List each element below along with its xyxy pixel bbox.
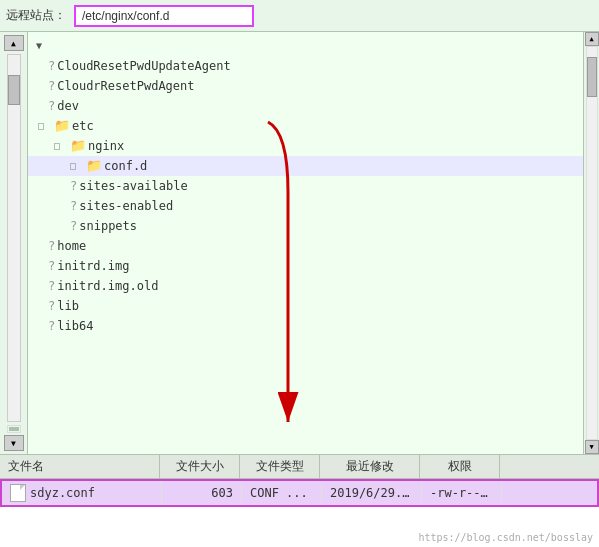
td-filename: sdyz.conf: [2, 481, 162, 505]
list-item[interactable]: ? sites-available: [28, 176, 583, 196]
expand-icon-root: ▼: [36, 37, 48, 55]
remote-station-label: 远程站点：: [6, 7, 66, 24]
list-item[interactable]: ? lib: [28, 296, 583, 316]
content-area: ▲ ▼ ▼ ? CloudResetPwdUpdat: [0, 32, 599, 454]
scroll-track[interactable]: [7, 54, 21, 422]
question-icon: ?: [48, 57, 55, 75]
tree-panel: ▼ ? CloudResetPwdUpdateAgent ? CloudrRes…: [28, 32, 583, 454]
vscroll-down-btn[interactable]: ▼: [585, 440, 599, 454]
question-icon: ?: [48, 297, 55, 315]
list-item[interactable]: ? initrd.img: [28, 256, 583, 276]
expand-icon-confd: □: [70, 157, 82, 175]
question-icon: ?: [48, 97, 55, 115]
right-scrollbar: ▲ ▼: [583, 32, 599, 454]
question-icon: ?: [70, 177, 77, 195]
scroll-grip: [9, 427, 19, 431]
td-type: CONF ...: [242, 483, 322, 503]
main-container: 远程站点： ▲ ▼ ▼: [0, 0, 599, 547]
list-item[interactable]: ? snippets: [28, 216, 583, 236]
question-icon: ?: [70, 217, 77, 235]
list-item[interactable]: ? CloudResetPwdUpdateAgent: [28, 56, 583, 76]
table-header: 文件名 文件大小 文件类型 最近修改 权限: [0, 455, 599, 479]
question-icon: ?: [70, 197, 77, 215]
question-icon: ?: [48, 237, 55, 255]
th-size: 文件大小: [160, 455, 240, 478]
question-icon: ?: [48, 257, 55, 275]
tree-row-root[interactable]: ▼: [28, 36, 583, 56]
left-scrollbar: ▲ ▼: [0, 32, 28, 454]
vscroll-track[interactable]: [586, 46, 598, 440]
folder-icon-nginx: 📁: [70, 137, 86, 155]
scroll-mid: [7, 425, 21, 433]
path-input[interactable]: [74, 5, 254, 27]
expand-icon-nginx: □: [54, 137, 66, 155]
folder-icon-confd: 📁: [86, 157, 102, 175]
folder-icon-etc: 📁: [54, 117, 70, 135]
top-bar: 远程站点：: [0, 0, 599, 32]
expand-icon-etc: □: [38, 117, 50, 135]
list-item[interactable]: ? dev: [28, 96, 583, 116]
vscroll-up-btn[interactable]: ▲: [585, 32, 599, 46]
watermark: https://blog.csdn.net/bosslay: [418, 532, 593, 543]
th-perms: 权限: [420, 455, 500, 478]
question-icon: ?: [48, 277, 55, 295]
scroll-down-btn[interactable]: ▼: [4, 435, 24, 451]
td-modified: 2019/6/29...: [322, 483, 422, 503]
file-doc-icon: [10, 484, 26, 502]
tree-row-etc[interactable]: □ 📁 etc: [28, 116, 583, 136]
list-item[interactable]: ? CloudrResetPwdAgent: [28, 76, 583, 96]
tree-container: ▼ ? CloudResetPwdUpdateAgent ? CloudrRes…: [28, 32, 583, 340]
list-item[interactable]: ? home: [28, 236, 583, 256]
th-type: 文件类型: [240, 455, 320, 478]
tree-row-confd[interactable]: □ 📁 conf.d: [28, 156, 583, 176]
td-perms: -rw-r--r-: [422, 483, 502, 503]
list-item[interactable]: ? sites-enabled: [28, 196, 583, 216]
scroll-up-btn[interactable]: ▲: [4, 35, 24, 51]
list-item[interactable]: ? lib64: [28, 316, 583, 336]
vscroll-thumb[interactable]: [587, 57, 597, 97]
question-icon: ?: [48, 77, 55, 95]
scroll-thumb[interactable]: [8, 75, 20, 105]
td-size: 603: [162, 483, 242, 503]
list-item[interactable]: ? initrd.img.old: [28, 276, 583, 296]
tree-row-nginx[interactable]: □ 📁 nginx: [28, 136, 583, 156]
th-filename: 文件名: [0, 455, 160, 478]
table-row[interactable]: sdyz.conf 603 CONF ... 2019/6/29... -rw-…: [0, 479, 599, 507]
th-modified: 最近修改: [320, 455, 420, 478]
question-icon: ?: [48, 317, 55, 335]
